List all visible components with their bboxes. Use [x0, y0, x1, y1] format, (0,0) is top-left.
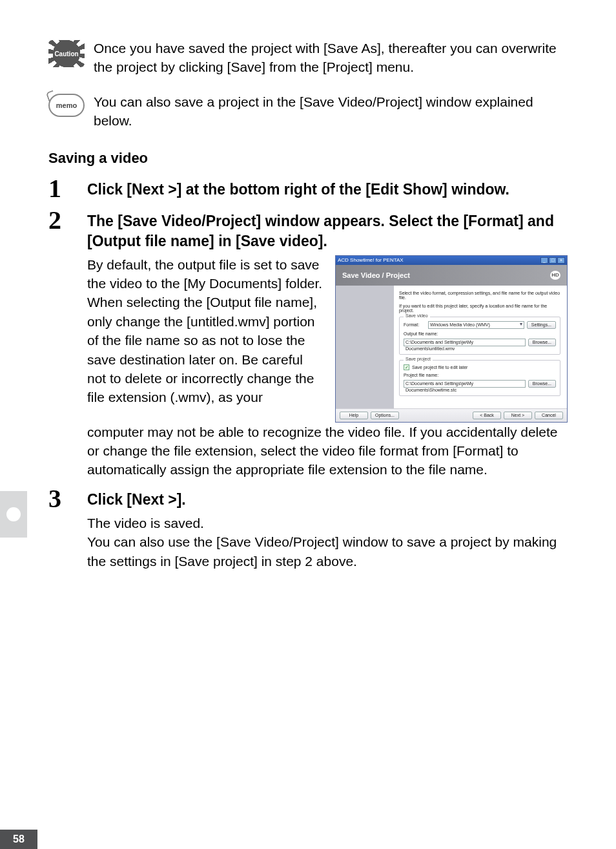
- step-3-text: The video is saved. You can also use the…: [87, 514, 568, 571]
- hd-logo-icon: HD: [550, 271, 560, 280]
- save-project-legend: Save project: [404, 357, 433, 361]
- format-label: Format:: [404, 322, 426, 327]
- memo-text: You can also save a project in the [Save…: [94, 92, 568, 131]
- dialog-header: Save Video / Project HD: [336, 265, 567, 286]
- save-project-group: Save project ✓ Save project file to edit…: [399, 360, 560, 396]
- memo-note: memo You can also save a project in the …: [48, 92, 568, 131]
- format-select[interactable]: Windows Media Video (WMV): [428, 321, 524, 329]
- minimize-button[interactable]: _: [540, 257, 548, 264]
- project-filename-label: Project file name:: [404, 373, 438, 377]
- help-button[interactable]: Help: [340, 412, 368, 419]
- options-button[interactable]: Options...: [371, 412, 399, 419]
- save-video-group: Save video Format: Windows Media Video (…: [399, 317, 560, 355]
- back-button[interactable]: < Back: [473, 412, 501, 419]
- dialog-body: Select the video format, compression set…: [336, 286, 567, 408]
- browse-video-button[interactable]: Browse...: [528, 339, 556, 346]
- dialog-titlebar: ACD Showtime! for PENTAX _ □ ×: [336, 256, 567, 265]
- step-3-heading: Click [Next >].: [87, 490, 568, 510]
- step-1-number: 1: [48, 176, 87, 202]
- step-2-text-left: By default, the output file is set to sa…: [87, 255, 325, 407]
- save-project-checkbox-label: Save project file to edit later: [412, 365, 467, 370]
- step-2-heading: The [Save Video/Project] window appears.…: [87, 211, 568, 251]
- section-heading: Saving a video: [48, 150, 568, 167]
- page-number: 58: [0, 830, 37, 849]
- step-2: 2 The [Save Video/Project] window appear…: [48, 207, 568, 479]
- maximize-button[interactable]: □: [549, 257, 557, 264]
- side-tab-indicator: [0, 491, 27, 538]
- memo-icon: memo: [48, 94, 85, 117]
- save-video-legend: Save video: [404, 313, 430, 318]
- step-3: 3 Click [Next >]. The video is saved. Yo…: [48, 486, 568, 571]
- caution-icon: Caution: [48, 40, 85, 67]
- dialog-titlebar-text: ACD Showtime! for PENTAX: [338, 257, 540, 263]
- save-project-checkbox[interactable]: ✓: [404, 364, 409, 370]
- step-3-number: 3: [48, 486, 87, 512]
- step-1-body: Click [Next >] at the bottom right of th…: [87, 176, 568, 204]
- step-2-text-after: computer may not be able to recognize th…: [87, 423, 568, 479]
- output-filename-input[interactable]: C:\Documents and Settings\jw\My Document…: [404, 339, 526, 346]
- dialog-footer: Help Options... < Back Next > Cancel: [336, 408, 567, 422]
- close-button[interactable]: ×: [557, 257, 565, 264]
- settings-button[interactable]: Settings...: [527, 321, 556, 329]
- caution-icon-wrap: Caution: [48, 39, 94, 67]
- step-2-body: The [Save Video/Project] window appears.…: [87, 207, 568, 479]
- caution-note: Caution Once you have saved the project …: [48, 39, 568, 77]
- dialog-desc-2: If you want to edit this project later, …: [399, 304, 560, 313]
- cancel-button[interactable]: Cancel: [535, 412, 563, 419]
- step-3-body: Click [Next >]. The video is saved. You …: [87, 486, 568, 571]
- dialog-desc-1: Select the video format, compression set…: [399, 291, 560, 300]
- next-button[interactable]: Next >: [504, 412, 532, 419]
- dialog-side-panel: [336, 286, 394, 408]
- dialog-header-title: Save Video / Project: [342, 271, 410, 279]
- caution-icon-label: Caution: [54, 50, 78, 58]
- dialog-content: Select the video format, compression set…: [394, 286, 567, 408]
- output-filename-label: Output file name:: [404, 331, 438, 336]
- browse-project-button[interactable]: Browse...: [528, 380, 556, 388]
- step-1-heading: Click [Next >] at the bottom right of th…: [87, 180, 568, 200]
- step-1: 1 Click [Next >] at the bottom right of …: [48, 176, 568, 204]
- side-tab-dot-icon: [6, 507, 21, 521]
- dialog-window: ACD Showtime! for PENTAX _ □ × Save Vide…: [335, 255, 568, 423]
- memo-icon-wrap: memo: [48, 92, 94, 117]
- project-filename-input[interactable]: C:\Documents and Settings\jw\My Document…: [404, 380, 526, 388]
- caution-text: Once you have saved the project with [Sa…: [94, 39, 568, 77]
- step-2-number: 2: [48, 207, 87, 233]
- memo-icon-label: memo: [56, 101, 77, 109]
